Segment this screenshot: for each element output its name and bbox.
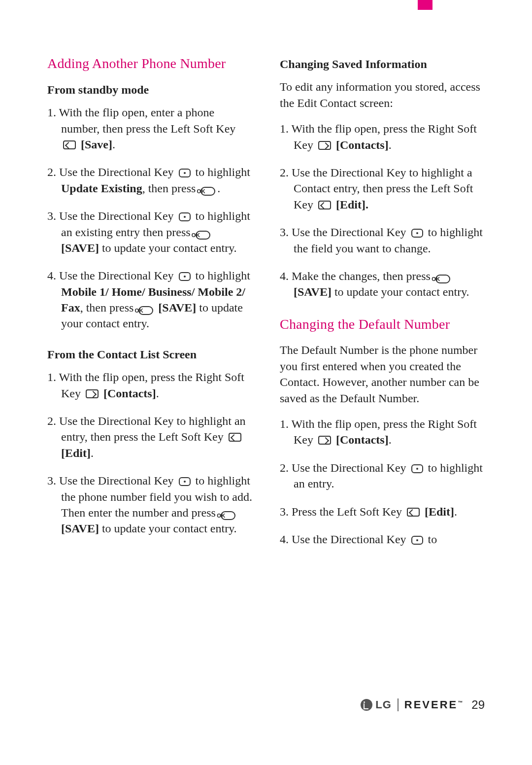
left-soft-key-icon	[318, 201, 331, 209]
subhead-contact-list: From the Contact List Screen	[47, 347, 252, 362]
label: [Contacts]	[336, 433, 389, 446]
directional-key-icon	[179, 169, 191, 177]
label: [Edit]	[61, 447, 91, 459]
text: 2. Use the Directional Key to highlight …	[47, 415, 246, 443]
label: [SAVE]	[158, 301, 196, 314]
right-soft-key-icon	[86, 389, 99, 398]
step: 3. Press the Left Soft Key [Edit].	[280, 504, 485, 520]
label: [Edit]	[425, 505, 454, 518]
text: 2. Use the Directional Key	[280, 461, 409, 474]
text: 3. Use the Directional Key	[47, 209, 177, 222]
step: 2. Use the Directional Key to highlight …	[47, 164, 252, 196]
block-default-number: The Default Number is the phone number y…	[280, 342, 485, 547]
text: .	[454, 505, 457, 518]
text: .	[91, 447, 94, 459]
step: 1. With the flip open, press the Right S…	[280, 121, 485, 153]
directional-key-icon	[411, 229, 423, 238]
subhead-standby: From standby mode	[47, 82, 252, 98]
text: to update your contact entry.	[332, 285, 469, 298]
ok-key-icon: OK	[200, 187, 215, 196]
step: 4. Make the changes, then press OK [SAVE…	[280, 268, 485, 300]
step: 1. With the flip open, press the Right S…	[280, 416, 485, 448]
text: 3. Use the Directional Key	[280, 226, 409, 239]
footer-divider	[398, 698, 399, 711]
text: 4. Use the Directional Key	[47, 269, 177, 282]
step: 4. Use the Directional Key to	[280, 531, 485, 547]
page-footer: LG REVERE™ 29	[361, 697, 485, 713]
ok-key-icon: OK	[221, 511, 235, 520]
label: [SAVE]	[294, 285, 332, 298]
label: [Contacts]	[103, 387, 156, 400]
label: [SAVE]	[61, 242, 99, 254]
directional-key-icon	[411, 536, 423, 545]
text: .	[112, 138, 115, 151]
right-soft-key-icon	[318, 436, 331, 445]
product-text: REVERE	[404, 698, 458, 711]
section-heading-default: Changing the Default Number	[280, 315, 485, 334]
text: to	[425, 533, 437, 546]
step: 3. Use the Directional Key to highlight …	[47, 473, 252, 537]
intro-text: The Default Number is the phone number y…	[280, 342, 485, 406]
text: 2. Use the Directional Key	[47, 166, 177, 178]
label: [Save]	[81, 138, 112, 151]
block-contact-list: From the Contact List Screen 1. With the…	[47, 347, 252, 537]
text: to update your contact entry.	[99, 522, 237, 535]
step: 2. Use the Directional Key to highlight …	[280, 165, 485, 212]
text: 3. Use the Directional Key	[47, 474, 177, 487]
lg-logo: LG	[361, 697, 392, 712]
left-soft-key-icon	[63, 140, 76, 149]
step: 2. Use the Directional Key to highlight …	[47, 413, 252, 461]
step: 3. Use the Directional Key to highlight …	[280, 224, 485, 256]
text: 4. Use the Directional Key	[280, 533, 409, 546]
step: 2. Use the Directional Key to highlight …	[280, 460, 485, 492]
text: , then press	[80, 301, 137, 314]
step: 1. With the flip open, press the Right S…	[47, 369, 252, 401]
lg-logo-icon	[361, 699, 372, 711]
left-soft-key-icon	[407, 508, 420, 517]
text: , then press	[142, 182, 199, 195]
block-standby: From standby mode 1. With the flip open,…	[47, 82, 252, 332]
ok-key-icon: OK	[138, 306, 153, 315]
text: 3. Press the Left Soft Key	[280, 505, 405, 518]
section-heading-adding: Adding Another Phone Number	[47, 54, 252, 73]
label: [SAVE]	[61, 522, 99, 535]
ok-key-icon: OK	[196, 231, 210, 240]
directional-key-icon	[411, 464, 423, 473]
left-soft-key-icon	[229, 433, 241, 442]
text: .	[389, 139, 392, 151]
block-changing-saved: Changing Saved Information To edit any i…	[280, 56, 485, 300]
step: 3. Use the Directional Key to highlight …	[47, 208, 252, 256]
page-accent-bar	[418, 0, 432, 10]
text: to highlight	[193, 269, 250, 282]
ok-key-icon: OK	[435, 275, 450, 283]
page-content: Adding Another Phone Number From standby…	[0, 0, 532, 562]
page-number: 29	[471, 697, 485, 713]
text: 4. Make the changes, then press	[280, 270, 433, 282]
product-name: REVERE™	[404, 697, 463, 712]
text: 2. Use the Directional Key to highlight …	[280, 166, 473, 211]
directional-key-icon	[179, 272, 191, 281]
label: [Contacts]	[336, 139, 389, 151]
text: .	[217, 182, 220, 195]
left-column: Adding Another Phone Number From standby…	[47, 54, 252, 562]
right-column: Changing Saved Information To edit any i…	[280, 54, 485, 562]
text: .	[156, 387, 159, 400]
directional-key-icon	[179, 212, 191, 221]
intro-text: To edit any information you stored, acce…	[280, 79, 485, 111]
label: [Edit].	[336, 198, 368, 211]
step: 4. Use the Directional Key to highlight …	[47, 268, 252, 332]
text: 1. With the flip open, enter a phone num…	[47, 106, 235, 135]
directional-key-icon	[179, 477, 191, 486]
label: Update Existing	[61, 182, 142, 195]
text: to update your contact entry.	[99, 242, 237, 254]
step: 1. With the flip open, enter a phone num…	[47, 104, 252, 152]
lg-brand-text: LG	[375, 697, 392, 712]
text: .	[389, 433, 392, 446]
right-soft-key-icon	[318, 141, 331, 150]
text: to highlight	[193, 166, 250, 178]
trademark: ™	[458, 700, 463, 705]
subhead-changing-saved: Changing Saved Information	[280, 56, 485, 72]
